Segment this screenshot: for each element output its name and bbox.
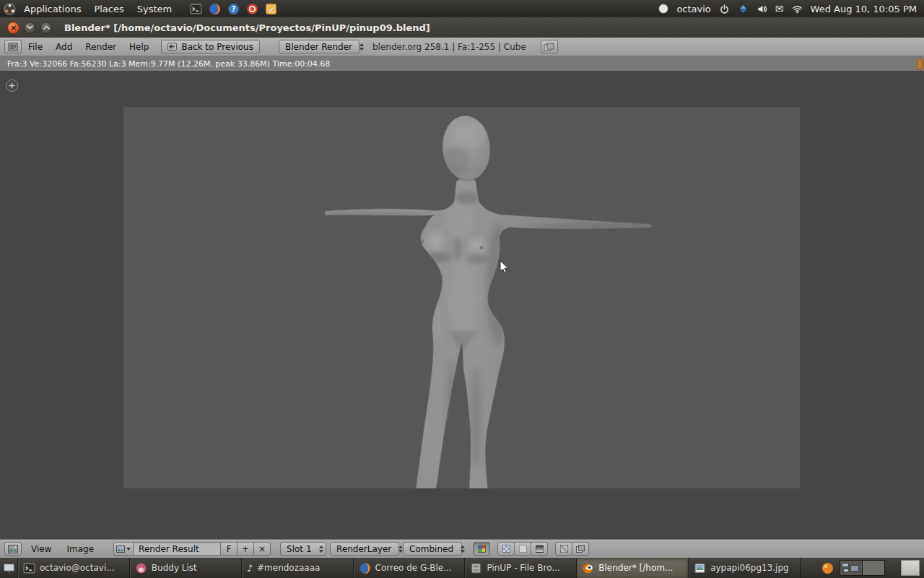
browse-image-button[interactable] [113, 542, 134, 556]
menu-file-label: File [28, 42, 43, 52]
image-name-value: Render Result [139, 544, 199, 554]
editor-type-image-button[interactable] [4, 542, 22, 556]
irc-channel-icon: ♪ [247, 564, 253, 573]
menu-view[interactable]: View [25, 544, 57, 554]
unlink-image-button[interactable]: × [253, 542, 271, 556]
help-launcher-icon[interactable]: ? [227, 3, 240, 15]
image-file-icon [694, 562, 706, 574]
menu-help-label: Help [129, 42, 149, 52]
task-label: #mendozaaaa [257, 563, 320, 573]
menu-places[interactable]: Places [87, 0, 130, 17]
workspace-switcher [840, 560, 885, 576]
layers-icon [576, 545, 585, 553]
draw-alpha-button[interactable] [514, 542, 531, 556]
task-label: Buddy List [152, 563, 197, 573]
window-titlebar[interactable]: × Blender* [/home/octavio/Documents/Proy… [0, 17, 924, 38]
blender-info-header: File Add Render Help Back to Previous Bl… [0, 38, 924, 56]
menu-applications[interactable]: Applications [17, 0, 87, 17]
window-title: Blender* [/home/octavio/Documents/Proyec… [64, 22, 430, 33]
image-editor-viewport[interactable] [0, 71, 924, 539]
back-arrow-icon [167, 43, 177, 51]
figure-render [123, 107, 800, 488]
menu-view-label: View [31, 544, 51, 554]
terminal-launcher-icon[interactable] [190, 3, 202, 15]
task-button-blender[interactable]: Blender* [/hom... [577, 558, 689, 578]
back-to-previous-button[interactable]: Back to Previous [161, 40, 260, 53]
render-stats-bar: Fra:3 Ve:32066 Fa:56230 La:3 Mem:9.77M (… [0, 56, 924, 71]
mail-icon[interactable]: ✉ [775, 4, 784, 14]
task-button-file-browser[interactable]: PinUP - File Bro... [465, 558, 577, 578]
menu-add[interactable]: Add [49, 42, 79, 52]
close-button[interactable]: × [7, 22, 19, 34]
distributor-logo-icon[interactable] [4, 3, 16, 15]
select-arrows-icon [359, 43, 364, 51]
slash-toggle-button[interactable] [555, 542, 572, 556]
menu-render[interactable]: Render [79, 42, 123, 52]
draw-rgba-button[interactable] [497, 542, 515, 556]
render-engine-value: Blender Render [285, 42, 352, 52]
task-label: octavio@octavi... [40, 563, 115, 573]
volume-icon[interactable] [757, 4, 767, 14]
maximize-button[interactable] [40, 22, 53, 34]
slot-select[interactable]: Slot 1 [280, 542, 326, 556]
extra-buttons [556, 542, 589, 556]
username[interactable]: octavio [676, 4, 710, 14]
menu-image[interactable]: Image [61, 544, 100, 554]
window-controls: × [7, 22, 53, 34]
task-label: PinUP - File Bro... [487, 563, 559, 573]
fake-user-button[interactable]: F [220, 542, 237, 556]
workspace-1[interactable] [840, 561, 862, 575]
indicator-applet-icon[interactable] [738, 4, 749, 14]
rgba-checker-icon [502, 545, 510, 553]
info-editor-icon [8, 43, 18, 51]
menu-file[interactable]: File [22, 42, 49, 52]
task-button-terminal[interactable]: octavio@octavi... [18, 558, 130, 578]
render-pass-select[interactable]: Combined [403, 542, 462, 556]
menu-applications-label: Applications [24, 4, 81, 14]
user-status-icon[interactable] [658, 4, 668, 14]
clock[interactable]: Wed Aug 10, 10:05 PM [811, 4, 917, 14]
file-manager-icon [470, 562, 482, 574]
layers-toggle-button[interactable] [572, 542, 589, 556]
show-desktop-button[interactable] [0, 558, 18, 578]
browser-launcher-icon[interactable] [246, 3, 258, 15]
image-name-field[interactable]: Render Result [133, 542, 221, 556]
task-button-buddy-list[interactable]: Buddy List [130, 558, 242, 578]
task-button-firefox[interactable]: Correo de G-Ble... [354, 558, 466, 578]
render-layer-value: RenderLayer [336, 544, 391, 554]
firefox-launcher-icon[interactable] [209, 3, 221, 15]
notes-launcher-icon[interactable] [265, 3, 277, 15]
task-button-irc[interactable]: ♪ #mendozaaaa [242, 558, 354, 578]
session-power-icon[interactable] [719, 4, 730, 14]
minimize-button[interactable] [24, 22, 36, 34]
workspace-2[interactable] [862, 561, 884, 575]
corner-applet[interactable] [901, 560, 920, 576]
image-icon [116, 545, 125, 553]
color-channels-icon [478, 545, 486, 553]
editor-type-button[interactable] [4, 40, 22, 53]
screen-layout-button[interactable] [541, 40, 558, 53]
image-datablock: Render Result F + × [113, 542, 271, 556]
network-wifi-icon[interactable] [792, 4, 803, 14]
plus-icon [9, 82, 15, 89]
panel-indicators: octavio ✉ Wed Aug 10, 10:05 PM [658, 4, 924, 14]
render-layer-select[interactable]: RenderLayer [330, 542, 399, 556]
new-image-button[interactable]: + [237, 542, 254, 556]
draw-zbuffer-button[interactable] [531, 542, 548, 556]
tray-launcher-icon[interactable] [821, 562, 834, 574]
back-to-previous-label: Back to Previous [181, 42, 253, 52]
draw-color-button[interactable] [473, 542, 490, 556]
render-pass-value: Combined [409, 544, 453, 554]
menu-system[interactable]: System [131, 0, 178, 17]
task-button-image-viewer[interactable]: aypapi06pg13.jpg [689, 558, 801, 578]
menu-help[interactable]: Help [123, 42, 155, 52]
svg-text:?: ? [232, 5, 236, 13]
mini-window [843, 569, 849, 572]
scrollbar-thumb[interactable] [917, 59, 923, 70]
mouse-cursor [500, 260, 510, 275]
render-engine-select[interactable]: Blender Render [279, 40, 359, 53]
pidgin-icon [135, 562, 147, 574]
task-label: Correo de G-Ble... [375, 563, 452, 573]
close-icon: × [258, 544, 266, 554]
region-expand-button[interactable] [6, 79, 18, 92]
